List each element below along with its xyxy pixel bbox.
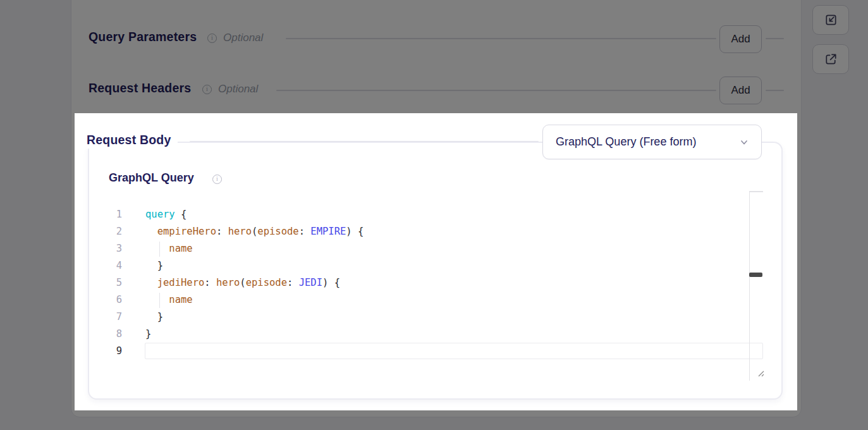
graphql-query-label: GraphQL Query — [109, 171, 194, 185]
resize-grip-icon[interactable] — [756, 369, 765, 378]
line-number: 5 — [101, 274, 122, 292]
code-line[interactable]: empireHero: hero(episode: EMPIRE) { — [145, 223, 364, 240]
line-number: 3 — [101, 240, 122, 257]
overlay-scrim-top — [0, 0, 868, 113]
overlay-scrim-right — [797, 113, 868, 410]
body-type-select[interactable]: GraphQL Query (Free form) — [542, 125, 762, 159]
code-content[interactable]: query { empireHero: hero(episode: EMPIRE… — [145, 206, 364, 360]
line-number: 1 — [101, 206, 122, 223]
scrollbar-track — [749, 191, 750, 381]
code-line[interactable]: name — [145, 240, 364, 257]
line-number: 4 — [101, 257, 122, 274]
code-line[interactable]: name — [145, 292, 364, 309]
code-line[interactable]: } — [145, 309, 364, 326]
line-number: 2 — [101, 223, 122, 240]
line-number-gutter: 123456789 — [101, 206, 122, 360]
overlay-scrim-bottom — [0, 410, 868, 430]
body-type-selected-value: GraphQL Query (Free form) — [556, 135, 738, 149]
code-line[interactable]: } — [145, 257, 364, 274]
request-body-label: Request Body — [87, 132, 178, 149]
line-number: 8 — [101, 326, 122, 343]
line-number: 9 — [101, 343, 122, 360]
scrollbar-thumb[interactable] — [749, 273, 762, 277]
code-line[interactable]: query { — [145, 206, 364, 223]
graphql-query-info-icon[interactable]: i — [212, 175, 222, 184]
code-line[interactable]: } — [145, 326, 364, 343]
code-line[interactable] — [145, 343, 364, 360]
line-number: 7 — [101, 309, 122, 326]
scrollbar-track-cap — [749, 191, 763, 192]
code-line[interactable]: jediHero: hero(episode: JEDI) { — [145, 274, 364, 292]
line-number: 6 — [101, 292, 122, 309]
overlay-scrim-left — [0, 113, 75, 410]
chevron-down-icon — [738, 137, 750, 148]
